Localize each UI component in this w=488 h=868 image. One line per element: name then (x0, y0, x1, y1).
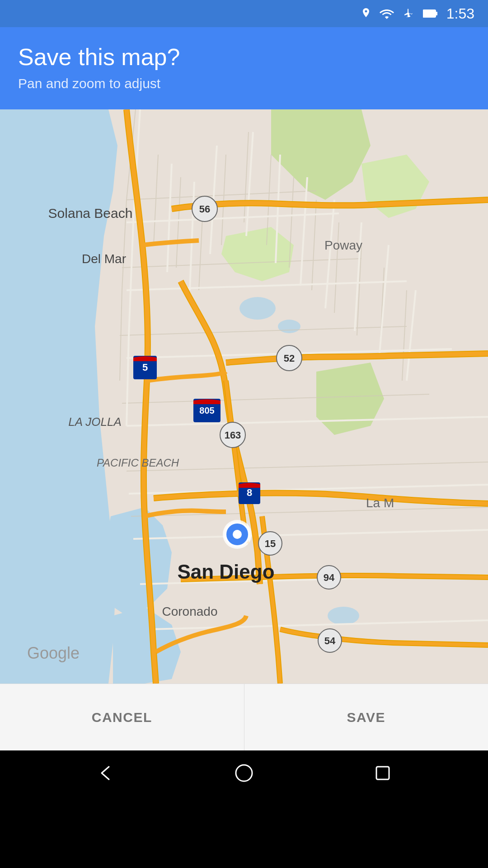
svg-text:805: 805 (199, 406, 214, 415)
status-bar: 1:53 (0, 0, 488, 27)
wifi-icon (380, 8, 394, 19)
nav-bar (0, 750, 488, 796)
svg-point-79 (236, 765, 252, 781)
recents-button[interactable] (373, 763, 393, 783)
svg-point-6 (328, 607, 359, 625)
svg-text:LA JOLLA: LA JOLLA (68, 415, 122, 429)
svg-rect-2 (424, 11, 432, 16)
svg-text:94: 94 (324, 572, 335, 583)
airplane-icon (402, 7, 415, 20)
map-area[interactable]: 5 805 56 52 163 8 15 94 54 Solana Beach … (0, 109, 488, 684)
svg-text:Solana Beach: Solana Beach (48, 206, 133, 221)
status-icons: 1:53 (361, 5, 474, 22)
svg-text:163: 163 (225, 429, 241, 441)
svg-text:San Diego: San Diego (177, 561, 274, 583)
svg-text:56: 56 (199, 203, 210, 215)
status-time: 1:53 (446, 5, 474, 22)
svg-point-77 (233, 530, 242, 539)
location-icon (361, 7, 371, 20)
svg-rect-80 (376, 767, 389, 779)
svg-text:5: 5 (142, 362, 148, 373)
svg-text:54: 54 (324, 635, 336, 646)
svg-text:Google: Google (27, 644, 80, 662)
svg-text:52: 52 (284, 353, 295, 364)
svg-rect-1 (436, 12, 437, 15)
back-button[interactable] (95, 763, 115, 783)
svg-point-5 (278, 320, 300, 333)
home-button[interactable] (234, 763, 254, 783)
svg-text:PACIFIC BEACH: PACIFIC BEACH (97, 457, 179, 469)
svg-text:Poway: Poway (324, 238, 362, 252)
save-button[interactable]: SAVE (244, 684, 488, 750)
page-subtitle: Pan and zoom to adjust (18, 76, 470, 91)
svg-text:8: 8 (247, 487, 252, 498)
svg-text:Del Mar: Del Mar (82, 252, 126, 266)
svg-text:Coronado: Coronado (162, 604, 218, 618)
svg-text:La M: La M (366, 496, 394, 510)
cancel-button[interactable]: CANCEL (0, 684, 244, 750)
action-bar: CANCEL SAVE (0, 684, 488, 750)
svg-point-4 (239, 297, 276, 320)
header: Save this map? Pan and zoom to adjust (0, 27, 488, 109)
page-title: Save this map? (18, 43, 470, 71)
battery-icon (423, 9, 438, 19)
svg-text:15: 15 (265, 538, 276, 549)
